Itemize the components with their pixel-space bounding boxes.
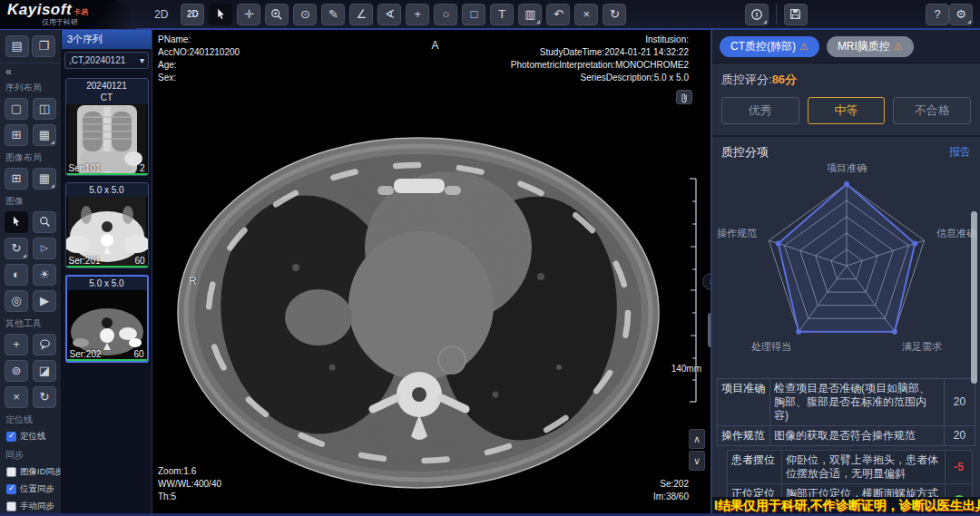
image-grid9-button[interactable]: ▦: [33, 168, 56, 190]
row-desc: 图像的获取是否符合操作规范: [770, 426, 945, 446]
measure-tool-button[interactable]: ✎: [321, 4, 345, 25]
invert-contrast-button[interactable]: ◐: [5, 264, 28, 286]
delete-annotation-button[interactable]: ×: [574, 4, 598, 25]
locator-line-checkbox[interactable]: [6, 432, 16, 442]
layout-list-button[interactable]: ▤: [5, 35, 29, 57]
dropdown-corner: [536, 20, 540, 24]
series-thumbnail-202[interactable]: 5.0 x 5.0 Ser:20260: [65, 275, 149, 363]
row-score: 20: [945, 379, 975, 426]
image-count-label: 2: [140, 163, 145, 173]
ct-axial-image: [160, 95, 677, 508]
panel-scrollbar-thumb[interactable]: [971, 211, 977, 384]
series-thumbnail-101[interactable]: 20240121CT Ser:1012: [65, 78, 149, 176]
reset-view-button[interactable]: ↻: [603, 4, 626, 25]
reset-tool-button[interactable]: ↻: [33, 386, 56, 408]
row-label: 患者摆位: [728, 451, 782, 484]
dropdown-corner: [967, 20, 971, 24]
section-title-image-layout: 图像布局: [0, 148, 61, 166]
layout-1pane-button[interactable]: ▢: [5, 98, 28, 120]
manual-sync-checkbox[interactable]: [6, 501, 16, 511]
cursor-icon: [11, 216, 22, 227]
row-desc: 检查项目是否准确(项目如脑部、胸部、腹部是否在标准的范围内容): [770, 379, 945, 426]
report-link[interactable]: 报告: [949, 144, 971, 161]
save-button[interactable]: [784, 4, 808, 25]
layout-9pane-button[interactable]: ▦: [33, 124, 56, 146]
study-dropdown[interactable]: ,CT,20240121 ▾: [64, 52, 149, 69]
thumbnail-desc-label: 5.0 x 5.0: [67, 277, 147, 290]
scroll-up-button[interactable]: ∧: [689, 429, 705, 449]
current-series-label: Se:202: [653, 478, 689, 491]
stamp-button[interactable]: ⊚: [5, 360, 28, 382]
qc-score-row: 质控评分:86分: [712, 63, 980, 90]
grade-excellent-button[interactable]: 优秀: [721, 97, 799, 124]
layout-2d-button[interactable]: 2D: [181, 4, 204, 25]
cursor-tool-button[interactable]: [209, 4, 232, 25]
image-id-sync-checkbox[interactable]: [6, 467, 16, 477]
eraser-button[interactable]: ◪: [33, 360, 56, 382]
section-title-other-tools: 其他工具: [0, 314, 61, 332]
layout-4pane-button[interactable]: ⊞: [5, 124, 28, 146]
series-thumbnail-201[interactable]: 5.0 x 5.0 Ser:20160: [65, 182, 149, 268]
rotate-button[interactable]: ↻: [5, 238, 28, 259]
deduction-score: -5: [946, 451, 973, 484]
magnifier-icon: [39, 216, 51, 228]
paperclip-icon: [680, 92, 689, 103]
copy-button[interactable]: ❐: [32, 35, 55, 57]
layout-2pane-button[interactable]: ◫: [33, 98, 56, 120]
window-preset-button[interactable]: ▥: [518, 4, 542, 25]
table-row: 项目准确 检查项目是否准确(项目如脑部、胸部、腹部是否在标准的范围内容) 20: [718, 379, 975, 426]
svg-text:处理得当: 处理得当: [751, 341, 791, 352]
tab-ct-qc[interactable]: CT质控(肺部) ⚠: [720, 36, 819, 57]
sidebar-cursor-button[interactable]: [5, 211, 28, 233]
series-count-header: 3个序列: [62, 30, 152, 49]
text-annotation-button[interactable]: T: [490, 4, 514, 25]
probe-tool-button[interactable]: +: [406, 4, 429, 25]
qc-score-value: 86分: [772, 73, 797, 86]
panel-toggle-button[interactable]: ›: [702, 273, 710, 290]
add-button[interactable]: +: [5, 334, 28, 355]
help-button[interactable]: ?: [926, 4, 949, 25]
zoom-tool-button[interactable]: [265, 4, 289, 25]
settings-button[interactable]: ⚙: [949, 4, 973, 25]
section-title-locator: 定位线: [0, 410, 61, 428]
undo-button[interactable]: ↶: [546, 4, 570, 25]
spiral-button[interactable]: ◎: [5, 290, 28, 312]
table-row: 患者摆位 仰卧位，双臂上举抱头，患者体位摆放合适，无明显偏斜 -5: [728, 451, 973, 484]
series-number-label: Ser:101: [69, 163, 101, 173]
locator-line-label: 定位线: [20, 431, 46, 443]
top-toolbar: Kayisoft 卡易 仅用于科研 2D 2D ✛ ⊙ ✎ ∠ ∢ + ○ □ …: [0, 0, 980, 30]
cobb-angle-tool-button[interactable]: ∢: [377, 4, 401, 25]
window-preset-icon: ▥: [524, 7, 535, 21]
position-sync-checkbox[interactable]: [6, 484, 16, 494]
brand-tagline: 仅用于科研: [42, 17, 136, 27]
scroll-down-button[interactable]: ∨: [689, 451, 705, 471]
about-button[interactable]: [745, 4, 769, 25]
section-title-image-tools: 图像: [0, 191, 61, 209]
attachment-button[interactable]: [676, 90, 692, 104]
image-grid4-button[interactable]: ⊞: [5, 168, 28, 190]
close-tool-button[interactable]: ×: [5, 386, 28, 408]
brand-mark: 卡易: [74, 7, 88, 17]
image-viewport[interactable]: PName: AccNO:2401210200 Age: Sex: Instit…: [152, 30, 710, 516]
accession-number-label: AccNO:2401210200: [158, 46, 240, 59]
angle-tool-button[interactable]: ∠: [349, 4, 373, 25]
window-level-label: WW/WL:400/40: [158, 478, 221, 491]
qc-radar-chart: 项目准确信息准确满足需求处理得当操作规范: [712, 162, 980, 376]
flag-button[interactable]: ⊳: [33, 238, 56, 259]
ellipse-roi-button[interactable]: ○: [434, 4, 457, 25]
pan-tool-button[interactable]: ✛: [237, 4, 260, 25]
series-panel: 3个序列 ,CT,20240121 ▾ 20240121CT Ser:1012: [62, 30, 152, 516]
scrollbar-thumb[interactable]: [708, 313, 710, 347]
collapse-sidebar-button[interactable]: «: [0, 63, 61, 78]
rect-roi-button[interactable]: □: [462, 4, 485, 25]
series-description-label: SeriesDescription:5.0 x 5.0: [511, 72, 689, 84]
grade-medium-button[interactable]: 中等: [808, 97, 886, 124]
sidebar-magnifier-button[interactable]: [33, 211, 56, 233]
comment-button[interactable]: [33, 334, 56, 355]
tab-mri-qc[interactable]: MRI脑质控 ⚠: [827, 36, 914, 57]
grade-fail-button[interactable]: 不合格: [893, 97, 971, 124]
dropdown-corner: [51, 141, 54, 144]
cine-play-button[interactable]: ▶: [33, 290, 56, 312]
target-tool-button[interactable]: ⊙: [293, 4, 317, 25]
brightness-button[interactable]: ☀: [33, 264, 56, 286]
